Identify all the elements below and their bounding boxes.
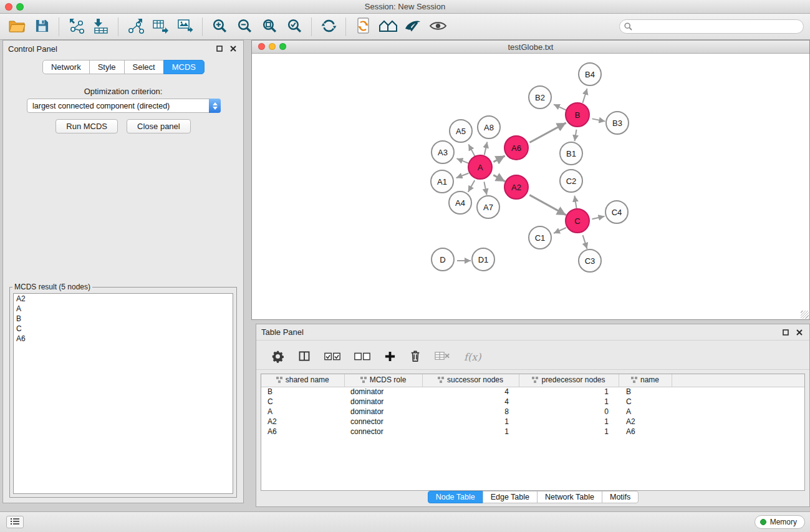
table-row[interactable]: Adominator80A: [261, 407, 804, 417]
network-node-A6[interactable]: A6: [504, 135, 529, 160]
column-header[interactable]: name: [619, 374, 672, 387]
mcds-result-item[interactable]: A6: [14, 334, 233, 344]
network-edge-A-A2[interactable]: [493, 175, 505, 181]
float-table-panel-button[interactable]: [781, 327, 791, 337]
network-edge-A-A7[interactable]: [484, 182, 486, 195]
table-row[interactable]: A2connector11A2: [261, 417, 804, 427]
close-table-panel-button[interactable]: [794, 327, 804, 337]
clear-table-button[interactable]: [435, 351, 450, 363]
network-canvas[interactable]: B4B2BB3A8A5A6A3B1AC2A1A2A4A7C4CC1DD1C3: [252, 54, 809, 319]
criterion-dropdown[interactable]: largest connected component (directed): [27, 99, 221, 113]
zoom-out-button[interactable]: [234, 16, 255, 37]
network-node-A1[interactable]: A1: [430, 170, 454, 193]
network-node-B4[interactable]: B4: [578, 62, 602, 86]
export-network-button[interactable]: [125, 16, 146, 37]
export-image-button[interactable]: [175, 16, 196, 37]
mcds-result-item[interactable]: B: [14, 314, 233, 324]
tab-style[interactable]: Style: [89, 60, 125, 74]
network-edge-C-C3[interactable]: [583, 235, 587, 249]
network-edge-A-A6[interactable]: [493, 156, 504, 162]
show-hide-details-button[interactable]: [427, 16, 448, 37]
network-edge-B-B4[interactable]: [582, 89, 587, 103]
memory-button[interactable]: Memory: [755, 515, 805, 529]
tab-mcds[interactable]: MCDS: [163, 60, 205, 74]
network-node-D1[interactable]: D1: [471, 248, 495, 271]
column-layout-button[interactable]: [298, 350, 311, 364]
network-minimize-button[interactable]: [269, 43, 276, 50]
network-zoom-button[interactable]: [279, 43, 286, 50]
table-settings-button[interactable]: [271, 350, 284, 365]
network-node-C3[interactable]: C3: [578, 249, 602, 273]
annotate-document-button[interactable]: [352, 16, 374, 37]
mcds-result-item[interactable]: A: [14, 304, 233, 314]
network-edge-A-A4[interactable]: [468, 180, 475, 192]
tab-network-table[interactable]: Network Table: [537, 491, 602, 503]
network-node-B1[interactable]: B1: [559, 142, 583, 165]
mcds-result-item[interactable]: C: [14, 324, 233, 334]
mcds-result-item[interactable]: A2: [14, 294, 233, 304]
network-node-A[interactable]: A: [468, 155, 493, 180]
network-edge-A-A8[interactable]: [485, 142, 488, 155]
tab-node-table[interactable]: Node Table: [428, 491, 483, 503]
import-table-button[interactable]: [90, 16, 112, 37]
tab-network[interactable]: Network: [42, 60, 90, 74]
network-node-A5[interactable]: A5: [449, 119, 473, 143]
network-edge-B-B3[interactable]: [592, 118, 605, 121]
zoom-fit-button[interactable]: [259, 16, 280, 37]
add-row-button[interactable]: [384, 351, 396, 364]
table-row[interactable]: A6connector11A6: [261, 427, 804, 437]
table-row[interactable]: Bdominator41B: [261, 387, 804, 397]
deselect-all-button[interactable]: [354, 352, 370, 363]
network-node-C[interactable]: C: [565, 208, 590, 233]
zoom-selected-button[interactable]: [284, 16, 305, 37]
zoom-in-button[interactable]: [209, 16, 230, 37]
open-session-button[interactable]: [6, 16, 27, 37]
save-session-button[interactable]: [31, 16, 52, 37]
network-close-button[interactable]: [258, 43, 265, 50]
network-edge-A-A3[interactable]: [456, 158, 468, 163]
column-header[interactable]: shared name: [261, 374, 344, 387]
tab-select[interactable]: Select: [124, 60, 164, 74]
float-panel-button[interactable]: [215, 44, 224, 54]
network-edge-A-A5[interactable]: [468, 144, 475, 156]
network-node-A8[interactable]: A8: [477, 115, 501, 139]
network-node-A4[interactable]: A4: [448, 191, 472, 215]
apply-function-button[interactable]: f(x): [464, 351, 481, 363]
network-node-B[interactable]: B: [565, 102, 590, 127]
tab-edge-table[interactable]: Edge Table: [483, 491, 538, 503]
network-node-B3[interactable]: B3: [605, 111, 629, 135]
export-table-button[interactable]: [150, 16, 171, 37]
tab-motifs[interactable]: Motifs: [602, 491, 639, 503]
network-node-C1[interactable]: C1: [528, 226, 552, 249]
network-node-C4[interactable]: C4: [605, 200, 629, 224]
close-window-button[interactable]: [5, 3, 12, 11]
column-header[interactable]: MCDS role: [344, 374, 422, 387]
table-row[interactable]: Cdominator41C: [261, 397, 804, 407]
network-edge-B-B2[interactable]: [554, 104, 566, 110]
mcds-result-list[interactable]: A2ABCA6: [13, 293, 233, 494]
network-edge-B-B1[interactable]: [575, 130, 577, 142]
validate-style-button[interactable]: [402, 16, 423, 37]
network-edge-A6-B[interactable]: [529, 123, 566, 143]
column-header[interactable]: predecessor nodes: [519, 374, 619, 387]
network-node-A3[interactable]: A3: [431, 140, 455, 164]
close-panel-action-button[interactable]: Close panel: [127, 119, 191, 133]
network-node-C2[interactable]: C2: [559, 169, 583, 193]
resize-grip-icon[interactable]: [801, 311, 809, 319]
network-edge-A-A1[interactable]: [456, 173, 469, 178]
zoom-window-button[interactable]: [16, 3, 24, 11]
apply-layout-button[interactable]: [318, 16, 339, 37]
run-mcds-button[interactable]: Run MCDS: [55, 119, 118, 133]
network-node-A2[interactable]: A2: [504, 175, 529, 200]
import-network-button[interactable]: [65, 16, 87, 37]
home-button[interactable]: [377, 16, 398, 37]
network-edge-C-C2[interactable]: [574, 196, 576, 209]
search-input[interactable]: [619, 19, 804, 34]
network-node-A7[interactable]: A7: [476, 195, 500, 219]
show-task-history-button[interactable]: [6, 516, 24, 528]
network-node-B2[interactable]: B2: [528, 85, 552, 109]
column-header[interactable]: successor nodes: [422, 374, 519, 387]
network-edge-A2-C[interactable]: [529, 195, 566, 215]
delete-row-button[interactable]: [410, 350, 421, 364]
select-all-button[interactable]: [324, 352, 340, 363]
